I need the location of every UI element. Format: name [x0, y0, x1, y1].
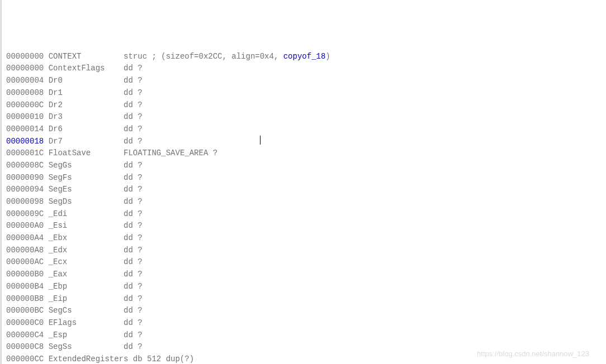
field-name: ExtendedRegisters: [49, 355, 129, 363]
field-type-value: dd ?: [124, 270, 143, 279]
offset: 000000B4: [6, 282, 44, 291]
code-line[interactable]: 0000001C FloatSave FLOATING_SAVE_AREA ?: [6, 147, 602, 160]
field-name: Dr2: [49, 100, 119, 109]
field-type-value: FLOATING_SAVE_AREA ?: [124, 149, 217, 157]
field-name: FloatSave: [49, 149, 119, 157]
offset: 00000000: [6, 52, 44, 61]
code-line[interactable]: 000000CC ExtendedRegisters db 512 dup(?): [6, 353, 602, 364]
code-line[interactable]: 000000C0 EFlags dd ?: [6, 317, 602, 329]
disassembly-view[interactable]: 00000000 CONTEXT struc ; (sizeof=0x2CC, …: [6, 51, 602, 364]
code-line[interactable]: 000000B4 _Ebp dd ?: [6, 281, 602, 293]
code-line[interactable]: 00000000 ContextFlags dd ?: [6, 63, 602, 75]
code-line[interactable]: 0000008C SegGs dd ?: [6, 160, 602, 172]
code-line[interactable]: 00000014 Dr6 dd ?: [6, 123, 602, 136]
field-name: SegFs: [49, 173, 119, 182]
offset: 000000C0: [6, 318, 44, 327]
code-line[interactable]: 00000018 Dr7 dd ?: [6, 136, 602, 148]
code-line[interactable]: 00000090 SegFs dd ?: [6, 172, 602, 184]
type-link[interactable]: copyof_18: [283, 52, 326, 61]
field-name: _Edx: [49, 246, 119, 255]
offset: 000000B8: [6, 294, 44, 303]
field-type-value: dd ?: [124, 318, 143, 327]
code-line[interactable]: 00000008 Dr1 dd ?: [6, 87, 602, 99]
field-name: SegSs: [49, 342, 119, 351]
field-name: _Eip: [49, 294, 119, 303]
code-line[interactable]: 000000BC SegCs dd ?: [6, 305, 602, 317]
code-line[interactable]: 000000B0 _Eax dd ?: [6, 269, 602, 281]
offset: 00000008: [6, 88, 44, 97]
field-name: Dr6: [49, 124, 119, 133]
offset: 000000A8: [6, 246, 44, 255]
code-line[interactable]: 000000A0 _Esi dd ?: [6, 220, 602, 232]
field-type-value: dd ?: [124, 209, 143, 218]
code-line[interactable]: 0000000C Dr2 dd ?: [6, 99, 602, 112]
field-name: Dr1: [49, 88, 119, 97]
field-name: CONTEXT: [49, 52, 119, 61]
offset: 000000C4: [6, 331, 44, 339]
offset: 000000AC: [6, 257, 44, 266]
code-line[interactable]: 00000000 CONTEXT struc ; (sizeof=0x2CC, …: [6, 51, 602, 63]
offset: 0000000C: [6, 100, 44, 109]
field-type-value: dd ?: [124, 76, 143, 85]
offset: 0000008C: [6, 161, 44, 170]
field-name: SegGs: [49, 161, 119, 170]
field-type-value: db 512 dup(?): [128, 355, 194, 363]
field-name: _Esi: [49, 221, 119, 230]
offset: 00000014: [6, 124, 44, 133]
tail-text: ): [325, 52, 330, 61]
field-name: SegDs: [49, 197, 119, 206]
field-name: EFlags: [49, 318, 119, 327]
field-name: _Ebp: [49, 282, 119, 291]
field-name: SegEs: [49, 185, 119, 194]
field-name: Dr0: [49, 76, 119, 85]
offset: 00000090: [6, 173, 44, 182]
field-type-value: dd ?: [124, 185, 143, 194]
offset: 000000C8: [6, 342, 44, 351]
field-type-value: dd ?: [124, 342, 143, 351]
text-cursor: [260, 136, 261, 145]
offset: 00000094: [6, 185, 44, 194]
code-line[interactable]: 0000009C _Edi dd ?: [6, 208, 602, 221]
code-line[interactable]: 000000A4 _Ebx dd ?: [6, 232, 602, 245]
field-name: _Esp: [49, 331, 119, 339]
field-type-value: dd ?: [124, 257, 143, 266]
field-name: _Edi: [49, 209, 119, 218]
field-type-value: dd ?: [124, 161, 143, 170]
code-line[interactable]: 00000098 SegDs dd ?: [6, 196, 602, 208]
code-line[interactable]: 000000B8 _Eip dd ?: [6, 293, 602, 305]
field-type-value: dd ?: [124, 112, 143, 121]
field-type-value: dd ?: [124, 124, 143, 133]
field-type-value: dd ?: [124, 197, 143, 206]
offset: 0000009C: [6, 209, 44, 218]
offset: 000000B0: [6, 270, 44, 279]
field-type-value: dd ?: [124, 294, 143, 303]
field-name: _Ebx: [49, 233, 119, 242]
field-name: _Eax: [49, 270, 119, 279]
offset: 00000000: [6, 64, 44, 73]
field-type-value: dd ?: [124, 306, 143, 315]
code-line[interactable]: 000000C8 SegSs dd ?: [6, 341, 602, 353]
field-type-value: dd ?: [124, 282, 143, 291]
field-name: ContextFlags: [49, 64, 119, 73]
field-type-value: dd ?: [124, 137, 143, 146]
offset: 00000004: [6, 76, 44, 85]
offset: 00000098: [6, 197, 44, 206]
field-name: Dr7: [49, 137, 119, 146]
code-line[interactable]: 000000A8 _Edx dd ?: [6, 245, 602, 257]
offset: 00000018: [6, 137, 44, 146]
offset: 000000A4: [6, 233, 44, 242]
field-type-value: dd ?: [124, 246, 143, 255]
code-line[interactable]: 00000010 Dr3 dd ?: [6, 111, 602, 123]
field-type-value: dd ?: [124, 331, 143, 339]
field-name: _Ecx: [49, 257, 119, 266]
field-name: SegCs: [49, 306, 119, 315]
field-type-value: dd ?: [124, 64, 143, 73]
field-type-value: dd ?: [124, 173, 143, 182]
code-line[interactable]: 00000004 Dr0 dd ?: [6, 75, 602, 87]
code-line[interactable]: 000000AC _Ecx dd ?: [6, 256, 602, 269]
field-type-value: struc ; (sizeof=0x2CC, align=0x4,: [124, 52, 283, 61]
code-line[interactable]: 00000094 SegEs dd ?: [6, 184, 602, 196]
field-type-value: dd ?: [124, 100, 143, 109]
offset: 0000001C: [6, 149, 44, 157]
code-line[interactable]: 000000C4 _Esp dd ?: [6, 329, 602, 342]
